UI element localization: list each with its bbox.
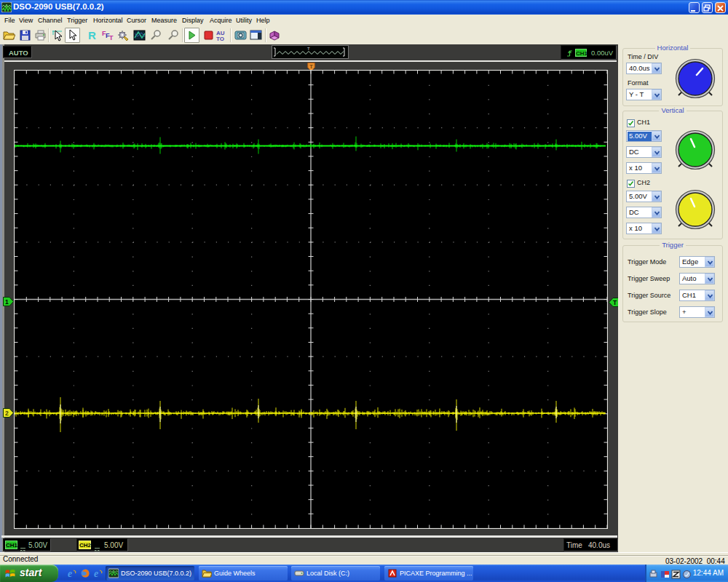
svg-text:TO: TO xyxy=(216,36,224,41)
svg-text:T: T xyxy=(309,63,313,70)
svg-text:2: 2 xyxy=(5,410,9,417)
svg-text:1: 1 xyxy=(5,298,9,306)
svg-text:R: R xyxy=(88,29,96,41)
svg-text:T: T xyxy=(613,299,617,306)
svg-text:T: T xyxy=(307,47,310,51)
svg-text:T: T xyxy=(109,34,114,41)
svg-text:e: e xyxy=(94,568,98,578)
svg-text:e: e xyxy=(68,568,72,578)
